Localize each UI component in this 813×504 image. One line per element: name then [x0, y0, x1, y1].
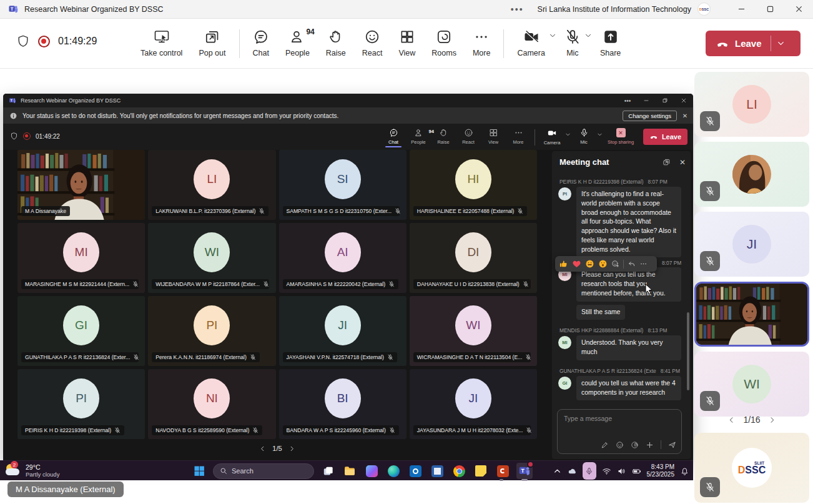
format-icon[interactable]	[601, 441, 609, 449]
start-button[interactable]	[191, 463, 207, 479]
participant-tile[interactable]: HI HARISHALINEE E it22057488 (External)	[410, 150, 537, 220]
grid-next-page-icon[interactable]	[288, 445, 295, 452]
laugh-reaction-icon[interactable]	[585, 259, 594, 269]
attach-plus-icon[interactable]	[646, 441, 654, 449]
thumbs-up-reaction-icon[interactable]	[559, 259, 568, 269]
chat-close-icon[interactable]: ✕	[679, 158, 686, 167]
mic-button[interactable]: Mic	[556, 27, 583, 59]
sidebar-prev-page-icon[interactable]	[727, 416, 736, 424]
teams-taskbar-icon[interactable]	[516, 463, 533, 479]
powerpoint-icon[interactable]	[495, 463, 511, 479]
inner-camera-chevron-icon[interactable]	[565, 132, 571, 137]
message-input[interactable]	[564, 415, 675, 422]
rooms-button[interactable]: Rooms	[423, 27, 465, 59]
stop-sharing-button[interactable]: ✕Stop sharing	[603, 126, 639, 145]
message-more-options-icon[interactable]	[639, 260, 648, 268]
participant-tile[interactable]: NI NAVODYA B G S it22589590 (External)	[148, 369, 275, 439]
inner-more-icon[interactable]: •••	[618, 94, 637, 107]
inner-mic-button[interactable]: Mic	[571, 126, 597, 145]
active-mic-indicator[interactable]	[583, 462, 596, 480]
inner-chat-tab[interactable]: Chat	[381, 126, 406, 145]
edge-icon[interactable]	[385, 463, 402, 479]
app-window-icon[interactable]	[429, 463, 445, 479]
task-view-icon[interactable]	[320, 463, 336, 479]
battery-icon[interactable]	[632, 467, 641, 476]
inner-react-tab[interactable]: React	[456, 126, 481, 145]
inner-camera-button[interactable]: Camera	[539, 126, 565, 146]
participant-tile[interactable]: AI AMARASINHA S M it22220042 (External)	[279, 223, 406, 293]
leave-dropdown-chevron-icon[interactable]	[777, 39, 785, 47]
org-avatar[interactable]: DSSC	[697, 2, 711, 16]
participant-tile[interactable]: DI DAHANAYAKE U I D it22913838 (External…	[410, 223, 537, 293]
surprised-reaction-icon[interactable]	[598, 259, 608, 269]
pop-out-button[interactable]: Pop out	[190, 27, 234, 59]
camera-button[interactable]: Camera	[509, 27, 547, 59]
send-icon[interactable]	[668, 441, 676, 449]
inner-close-button[interactable]	[674, 94, 693, 107]
outlook-icon[interactable]	[407, 463, 423, 479]
participant-tile[interactable]: SI SAMPATH S M S G S D it22310750 (Exter…	[279, 150, 406, 220]
view-button[interactable]: View	[390, 27, 423, 59]
raise-hand-button[interactable]: Raise	[318, 27, 354, 59]
mic-dropdown-chevron-icon[interactable]	[584, 32, 592, 39]
participant-tile[interactable]: WI WICRAMASINGHE D A T N it22113504 (E..…	[410, 296, 537, 366]
inner-leave-button[interactable]: Leave	[643, 129, 687, 145]
inner-restore-button[interactable]	[656, 94, 674, 107]
sidebar-active-speaker-tile[interactable]	[694, 282, 809, 347]
people-button[interactable]: 94People	[277, 27, 318, 59]
tray-chevron-up-icon[interactable]	[553, 467, 562, 476]
chrome-icon[interactable]	[451, 463, 467, 479]
minimize-button[interactable]	[727, 0, 756, 18]
participant-tile[interactable]: WI WIJEBANDARA W M P it22187864 (Exter..…	[148, 223, 275, 293]
more-button[interactable]: More	[465, 27, 498, 59]
loop-icon[interactable]	[631, 441, 639, 449]
sidebar-participant-tile[interactable]: SLIIT DSSC	[694, 433, 809, 503]
notification-bell-icon[interactable]	[680, 467, 689, 476]
participant-tile[interactable]: MI MARASINGHE M S M it22921444 (Extern..…	[17, 223, 145, 293]
chat-popout-icon[interactable]	[663, 158, 671, 166]
sidebar-participant-tile[interactable]: JI	[694, 212, 809, 277]
leave-button[interactable]: Leave	[706, 31, 801, 56]
participant-tile-video[interactable]: M A Dissanayake	[17, 150, 145, 220]
share-button[interactable]: Share	[592, 27, 629, 59]
participant-tile[interactable]: BI BANDARA W A P S it22245960 (External)	[279, 369, 406, 439]
message-compose-box[interactable]	[557, 409, 682, 454]
participant-tile[interactable]: PI PEIRIS K H D it22219398 (External)	[17, 369, 145, 439]
titlebar-more-icon[interactable]: •••	[511, 4, 524, 14]
onedrive-icon[interactable]	[568, 467, 577, 476]
inner-minimize-button[interactable]	[637, 94, 656, 107]
heart-reaction-icon[interactable]	[572, 259, 581, 269]
participant-tile[interactable]: GI GUNATHILAKA P A S R it22136824 (Exter…	[17, 296, 145, 366]
close-button[interactable]	[784, 0, 813, 18]
inner-view-tab[interactable]: View	[481, 126, 506, 145]
camera-dropdown-chevron-icon[interactable]	[549, 32, 556, 39]
file-explorer-icon[interactable]	[342, 463, 358, 479]
inner-raise-tab[interactable]: Raise	[431, 126, 456, 145]
inner-mic-chevron-icon[interactable]	[597, 132, 603, 137]
wifi-icon[interactable]	[602, 467, 611, 476]
sidebar-next-page-icon[interactable]	[768, 416, 776, 424]
banner-close-icon[interactable]: ✕	[677, 112, 693, 119]
inner-more-tab[interactable]: More	[506, 126, 531, 145]
change-settings-button[interactable]: Change settings	[623, 111, 677, 121]
participant-tile[interactable]: JI JAYASUNDARA J M U H it22078032 (Exte.…	[410, 369, 537, 439]
copilot-icon[interactable]	[363, 463, 380, 479]
volume-icon[interactable]	[617, 467, 626, 476]
take-control-button[interactable]: Take control	[132, 27, 190, 59]
taskbar-weather-widget[interactable]: 2 29°CPartly cloudy	[5, 463, 59, 478]
maximize-button[interactable]	[756, 0, 784, 18]
taskbar-search-input[interactable]	[232, 467, 300, 475]
taskbar-clock[interactable]: 8:43 PM5/23/2025	[647, 463, 675, 479]
taskbar-search[interactable]	[213, 463, 314, 479]
emoji-icon[interactable]	[616, 441, 624, 449]
sticky-notes-icon[interactable]	[473, 463, 489, 479]
chat-scrollbar[interactable]	[687, 312, 689, 390]
more-reactions-icon[interactable]	[611, 260, 619, 268]
chat-button[interactable]: Chat	[245, 27, 277, 59]
inner-people-tab[interactable]: 94People	[406, 126, 431, 145]
participant-tile[interactable]: JI JAYASHANI V.P.N. it22574718 (External…	[279, 296, 406, 366]
participant-tile[interactable]: LI LAKRUWANI B.L.P. it22370396 (External…	[148, 150, 275, 220]
react-button[interactable]: React	[354, 27, 391, 59]
reply-icon[interactable]	[628, 260, 636, 268]
sidebar-participant-tile[interactable]: LI	[694, 72, 809, 137]
